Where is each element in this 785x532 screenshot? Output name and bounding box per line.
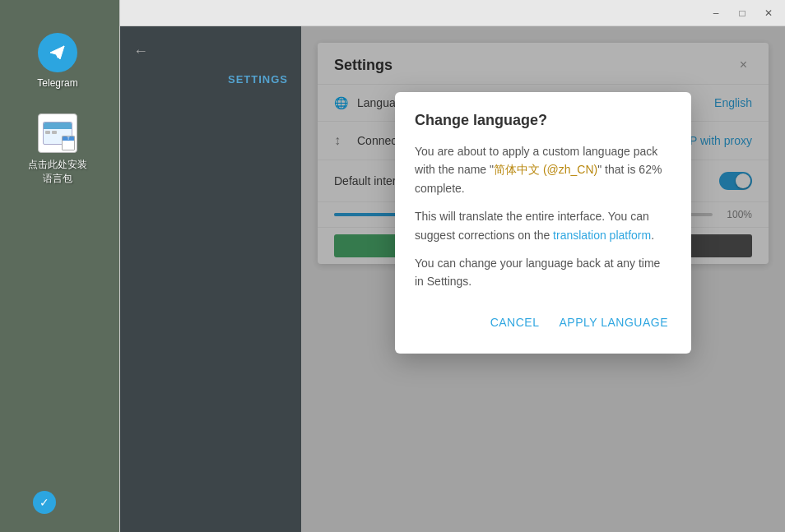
app-content: ← SETTINGS Settings × 🌐 Language English (120, 26, 785, 532)
settings-heading: SETTINGS (120, 67, 301, 92)
language-pack-icon: T (38, 113, 77, 153)
settings-panel: Settings × 🌐 Language English ↕ Connecti… (301, 26, 785, 532)
modal-paragraph-1: You are about to apply a custom language… (415, 142, 671, 197)
back-button[interactable]: ← (120, 36, 301, 67)
telegram-label: Telegram (37, 77, 77, 89)
modal-p1-highlight: 简体中文 (@zh_CN) (494, 163, 597, 176)
modal-actions: Cancel Apply Language (415, 311, 671, 334)
apply-language-button[interactable]: Apply Language (555, 311, 671, 334)
sidebar-item-telegram[interactable]: Telegram (21, 33, 95, 89)
sidebar: Telegram T 点击此处安装 语言包 (0, 0, 115, 532)
minimize-button[interactable]: – (706, 3, 726, 23)
translation-platform-link[interactable]: translation platform (553, 229, 651, 242)
desktop: Telegram T 点击此处安装 语言包 (0, 0, 785, 532)
modal-p2-post: . (651, 229, 654, 242)
close-window-button[interactable]: ✕ (759, 3, 778, 23)
language-pack-label: 点击此处安装 语言包 (28, 158, 87, 186)
change-language-modal: Change language? You are about to apply … (395, 92, 691, 354)
modal-overlay: Change language? You are about to apply … (301, 26, 785, 532)
main-window: – □ ✕ ← SETTINGS Settings × (119, 0, 785, 532)
modal-paragraph-2: This will translate the entire interface… (415, 207, 671, 244)
maximize-button[interactable]: □ (732, 3, 752, 23)
title-bar: – □ ✕ (120, 0, 785, 26)
modal-title: Change language? (415, 112, 671, 129)
left-panel: ← SETTINGS (120, 26, 301, 532)
cancel-button[interactable]: Cancel (487, 311, 543, 334)
modal-paragraph-3: You can change your language back at any… (415, 254, 671, 291)
sidebar-item-language-pack[interactable]: T 点击此处安装 语言包 (21, 113, 95, 186)
telegram-icon (38, 33, 77, 72)
